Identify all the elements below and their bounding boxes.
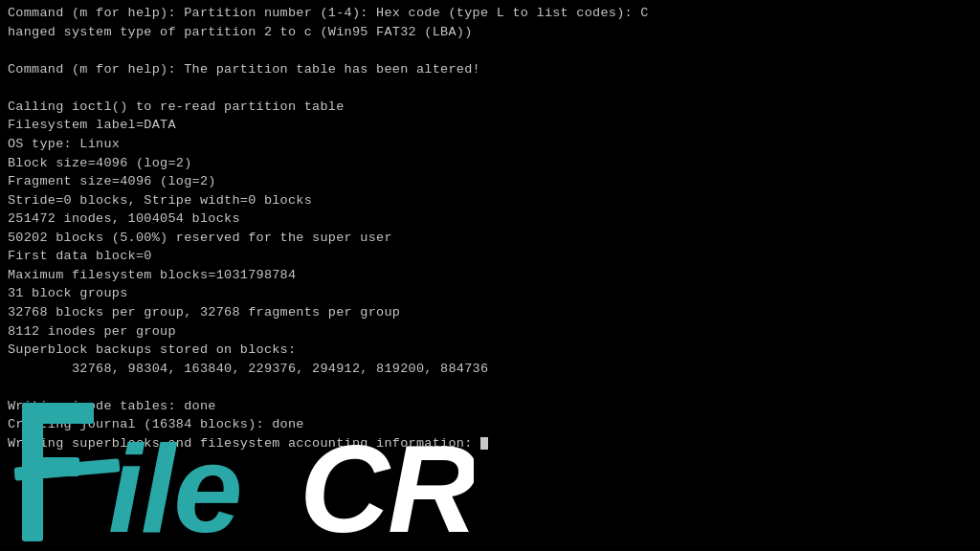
- terminal-line: hanged system type of partition 2 to c (…: [8, 23, 972, 42]
- terminal-line: [8, 78, 972, 98]
- terminal-line: Block size=4096 (log=2): [8, 154, 972, 173]
- terminal-line: 251472 inodes, 1004054 blocks: [8, 209, 972, 229]
- watermark-logo: ile CR: [14, 398, 474, 546]
- terminal-line: Command (m for help): The partition tabl…: [8, 60, 972, 79]
- terminal-line: [8, 41, 972, 60]
- terminal-line: 32768, 98304, 163840, 229376, 294912, 81…: [8, 360, 972, 379]
- watermark: ile CR: [0, 393, 498, 551]
- terminal-line: Superblock backups stored on blocks:: [8, 341, 972, 360]
- terminal-line: 32768 blocks per group, 32768 fragments …: [8, 303, 972, 322]
- terminal-line: Filesystem label=DATA: [8, 116, 972, 135]
- terminal-line: Stride=0 blocks, Stripe width=0 blocks: [8, 191, 972, 210]
- svg-text:CR: CR: [300, 419, 474, 546]
- terminal-line: Maximum filesystem blocks=1031798784: [8, 266, 972, 285]
- svg-text:ile: ile: [108, 419, 241, 546]
- terminal-line: First data block=0: [8, 247, 972, 266]
- terminal-line: Calling ioctl() to re-read partition tab…: [8, 98, 972, 117]
- terminal-line: 50202 blocks (5.00%) reserved for the su…: [8, 229, 972, 248]
- terminal-line: Command (m for help): Partition number (…: [8, 4, 972, 23]
- terminal-line: OS type: Linux: [8, 135, 972, 154]
- svg-rect-1: [22, 403, 94, 424]
- terminal-line: Fragment size=4096 (log=2): [8, 172, 972, 191]
- terminal-line: 31 block groups: [8, 284, 972, 303]
- terminal-line: 8112 inodes per group: [8, 322, 972, 342]
